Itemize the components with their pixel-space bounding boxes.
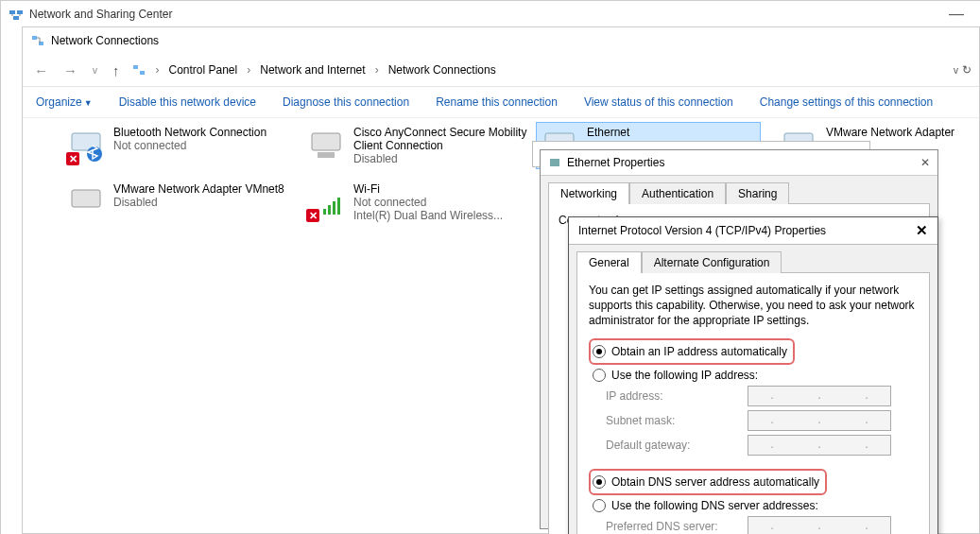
minimize-button[interactable]: —	[939, 6, 973, 23]
connection-item-wifi[interactable]: ✕ Wi-Fi Not connected Intel(R) Dual Band…	[306, 182, 533, 222]
radio-icon	[593, 475, 606, 489]
rename-button[interactable]: Rename this connection	[436, 95, 558, 109]
svg-point-8	[87, 146, 102, 162]
connection-item-bluetooth[interactable]: ✕ Bluetooth Network Connection Not conne…	[66, 126, 293, 165]
radio-label: Obtain an IP address automatically	[611, 345, 787, 358]
svg-rect-9	[312, 133, 340, 150]
window-titlebar[interactable]: Network and Sharing Center —	[1, 1, 980, 27]
preferred-dns-input: ...	[748, 516, 891, 534]
radio-obtain-ip-auto[interactable]: Obtain an IP address automatically	[593, 345, 787, 358]
close-button[interactable]: ✕	[920, 156, 930, 169]
recent-dropdown[interactable]: v	[89, 63, 101, 78]
dialog-title: Ethernet Properties	[567, 156, 664, 169]
network-center-icon	[9, 7, 24, 22]
radio-icon	[593, 369, 606, 382]
svg-rect-17	[333, 201, 335, 215]
error-overlay-icon: ✕	[66, 152, 79, 165]
ipv4-properties-dialog: Internet Protocol Version 4 (TCP/IPv4) P…	[568, 216, 938, 534]
svg-rect-16	[328, 205, 331, 215]
subnet-mask-input: ...	[748, 410, 891, 431]
refresh-button[interactable]: ↻	[962, 63, 971, 77]
connection-name: VMware Network Adapter VMnet8	[113, 182, 284, 196]
svg-rect-15	[323, 209, 326, 215]
address-dropdown[interactable]: v	[954, 65, 958, 76]
radio-use-dns[interactable]: Use the following DNS server addresses:	[593, 499, 918, 512]
connection-name: Wi-Fi	[353, 182, 503, 196]
address-bar: ← → v ↑ › Control Panel › Network and In…	[23, 54, 979, 87]
svg-rect-14	[72, 190, 100, 207]
radio-label: Use the following DNS server addresses:	[611, 499, 818, 512]
default-gateway-label: Default gateway:	[606, 439, 748, 452]
connection-status: Not connected	[113, 139, 266, 152]
chevron-right-icon[interactable]: ›	[247, 63, 250, 77]
dialog-title: Internet Protocol Version 4 (TCP/IPv4) P…	[578, 224, 826, 237]
highlight-annotation: Obtain an IP address automatically	[589, 338, 795, 365]
svg-rect-18	[337, 198, 340, 215]
ethernet-icon	[548, 156, 561, 169]
chevron-right-icon[interactable]: ›	[156, 63, 160, 77]
connection-item-vmnet8[interactable]: VMware Network Adapter VMnet8 Disabled	[66, 182, 293, 222]
connection-name: Bluetooth Network Connection	[113, 126, 266, 139]
disable-device-button[interactable]: Disable this network device	[119, 95, 256, 109]
window-title: Network and Sharing Center	[29, 8, 172, 21]
svg-rect-1	[17, 10, 23, 14]
highlight-annotation: Obtain DNS server address automatically	[589, 469, 827, 495]
subnet-mask-label: Subnet mask:	[606, 414, 748, 427]
dialog-titlebar[interactable]: Ethernet Properties ✕	[541, 150, 937, 176]
connection-status: Disabled	[353, 152, 533, 165]
svg-rect-2	[13, 16, 19, 20]
virtual-adapter-icon	[66, 182, 106, 222]
default-gateway-input: ...	[748, 435, 891, 456]
tab-alternate-config[interactable]: Alternate Configuration	[642, 251, 782, 273]
ipv4-description: You can get IP settings assigned automat…	[589, 283, 918, 329]
diagnose-button[interactable]: Diagnose this connection	[283, 95, 409, 109]
radio-icon	[593, 345, 606, 358]
connection-detail: Intel(R) Dual Band Wireless...	[353, 209, 503, 222]
connection-status: Disabled	[113, 196, 284, 209]
up-button[interactable]: ↑	[109, 60, 124, 80]
ip-address-input: ...	[748, 386, 891, 406]
network-connections-icon	[30, 33, 45, 48]
breadcrumb[interactable]: Control Panel	[169, 63, 238, 77]
ipv4-body: You can get IP settings assigned automat…	[576, 272, 930, 534]
back-button[interactable]: ←	[30, 60, 52, 80]
vpn-adapter-icon	[306, 126, 346, 165]
network-sharing-center-window: Network and Sharing Center — Network Con…	[0, 0, 980, 534]
ip-address-label: IP address:	[606, 389, 748, 403]
connection-status: Not connected	[353, 196, 503, 209]
svg-rect-0	[9, 10, 15, 14]
radio-label: Use the following IP address:	[611, 369, 758, 382]
window-titlebar[interactable]: Network Connections	[23, 27, 979, 54]
radio-use-ip[interactable]: Use the following IP address:	[593, 369, 918, 382]
preferred-dns-label: Preferred DNS server:	[606, 520, 748, 533]
window-title: Network Connections	[51, 34, 159, 47]
forward-button[interactable]: →	[60, 60, 81, 80]
path-icon	[131, 62, 146, 78]
view-status-button[interactable]: View status of this connection	[584, 95, 733, 109]
breadcrumb[interactable]: Network Connections	[388, 63, 496, 77]
connection-name: Ethernet	[587, 126, 629, 139]
breadcrumb[interactable]: Network and Internet	[260, 63, 365, 77]
svg-rect-5	[133, 65, 138, 69]
tab-general[interactable]: General	[576, 251, 642, 273]
connection-name: VMware Network Adapter	[826, 126, 954, 139]
tab-sharing[interactable]: Sharing	[726, 182, 789, 204]
svg-rect-20	[550, 159, 559, 166]
chevron-right-icon[interactable]: ›	[375, 63, 379, 77]
dialog-titlebar[interactable]: Internet Protocol Version 4 (TCP/IPv4) P…	[569, 217, 937, 245]
change-settings-button[interactable]: Change settings of this connection	[760, 95, 933, 109]
close-button[interactable]: ✕	[916, 222, 928, 239]
command-bar: Organize▼ Disable this network device Di…	[23, 87, 979, 118]
svg-rect-10	[318, 152, 335, 158]
tab-networking[interactable]: Networking	[548, 182, 629, 204]
radio-icon	[593, 499, 606, 512]
tab-authentication[interactable]: Authentication	[629, 182, 726, 204]
connection-name: Cisco AnyConnect Secure Mobility Client …	[353, 126, 533, 152]
svg-rect-3	[32, 36, 37, 40]
error-overlay-icon: ✕	[306, 209, 319, 222]
radio-obtain-dns-auto[interactable]: Obtain DNS server address automatically	[593, 475, 819, 489]
radio-label: Obtain DNS server address automatically	[611, 475, 819, 489]
connection-item-cisco[interactable]: Cisco AnyConnect Secure Mobility Client …	[306, 126, 533, 165]
svg-rect-6	[140, 71, 145, 75]
organize-menu[interactable]: Organize▼	[36, 95, 93, 109]
